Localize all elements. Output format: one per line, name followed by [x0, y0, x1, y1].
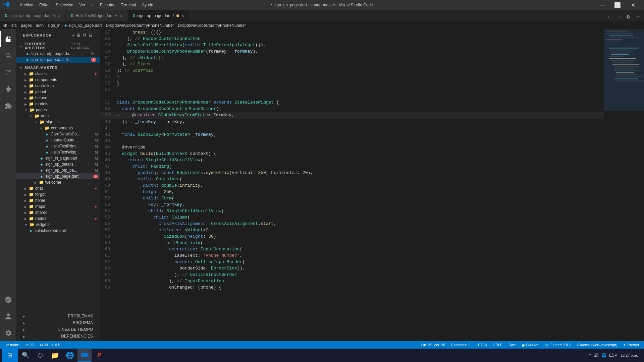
more-actions-icon[interactable]: ⋯ — [633, 12, 642, 21]
file-splashscreen[interactable]: ◆ splashscreen.dart — [16, 228, 100, 234]
powerpoint-btn[interactable]: P — [92, 349, 106, 362]
file-sign-up-page[interactable]: ◆ sign_up_page.dart 6 — [16, 173, 100, 179]
show-desktop[interactable] — [640, 349, 642, 362]
tray-lang[interactable]: ESP — [609, 353, 617, 358]
activity-search[interactable] — [0, 48, 16, 64]
folder-auth[interactable]: 📂 auth — [16, 113, 100, 119]
activity-explorer[interactable] — [0, 31, 16, 47]
status-lineending[interactable]: CRLF — [491, 343, 504, 347]
folder-shared[interactable]: 📁 shared — [16, 209, 100, 216]
status-golive[interactable]: ◉ Go Live — [520, 343, 540, 347]
close-button[interactable]: ✕ — [625, 0, 641, 10]
code-editor[interactable]: 27 press: (){}28 ), // HeaderCustomIconB… — [100, 29, 604, 341]
collapse-icon[interactable]: ⊟ — [89, 33, 93, 38]
vscode-taskbar-btn[interactable]: ⌨ — [77, 349, 92, 362]
menu-editar[interactable]: Editar — [37, 2, 52, 8]
breadcrumb-sign-in[interactable]: sign_in — [48, 23, 60, 28]
activity-git[interactable] — [0, 64, 16, 80]
section-dependencies[interactable]: DEPENDENCIES — [16, 333, 100, 340]
menu-ejecutar[interactable]: Ejecutar — [97, 2, 117, 8]
file-hello-text-widg[interactable]: ◆ HelloTextWidg... M — [16, 149, 100, 155]
status-errors[interactable]: ⊗ 20 ⚠ 0 5 — [39, 343, 62, 347]
file-sign-up-otp[interactable]: ◆ sign_up_otp_pa... M — [16, 167, 100, 173]
maximize-button[interactable]: ⬜ — [610, 0, 625, 10]
folder-components[interactable]: 📁 components — [16, 77, 100, 83]
status-encoding[interactable]: UTF-8 — [475, 343, 488, 347]
status-position[interactable]: Lin. 39, col. 26 — [420, 343, 447, 347]
tab-close-icon[interactable]: × — [58, 13, 60, 18]
folder-components-inner[interactable]: 📂 components — [16, 125, 100, 131]
files-btn[interactable]: 📁 — [48, 349, 62, 362]
go-forward-icon[interactable]: → — [614, 12, 624, 21]
split-editor-icon[interactable]: ⧉ — [624, 12, 633, 21]
open-editor-signup[interactable]: ◆ sign_up_page.dart lib... 6 — [16, 57, 100, 63]
tab-close-icon[interactable]: × — [120, 13, 122, 18]
folder-pages[interactable]: 📂 pages — [16, 107, 100, 113]
folder-routes[interactable]: 📁 routes ● — [16, 216, 100, 222]
search-taskbar[interactable]: 🔍 — [18, 349, 33, 362]
file-hello-text-princ[interactable]: ◆ HelloTextPrinc... M — [16, 143, 100, 149]
folder-global[interactable]: 📁 global — [16, 89, 100, 95]
folder-helpers[interactable]: 📁 helpers — [16, 95, 100, 101]
tab-hello-text[interactable]: D HelloTextWidget.dart M × — [66, 10, 127, 21]
sidebar-actions[interactable]: + ⊞ ↺ ⊟ — [72, 33, 93, 38]
status-chrome[interactable]: Chrome (web-javascript) — [576, 343, 619, 347]
tab-close-icon[interactable]: × — [181, 13, 184, 18]
tray-caret[interactable]: ^ — [589, 353, 591, 358]
activity-debug[interactable] — [0, 81, 16, 97]
menu-seleccion[interactable]: Selección — [53, 2, 76, 8]
folder-controllers[interactable]: 📁 controllers — [16, 83, 100, 89]
menu-archivo[interactable]: Archivo — [17, 2, 36, 8]
tray-network[interactable]: 🌐 — [601, 353, 606, 358]
menu-ir[interactable]: Ir — [89, 2, 96, 8]
start-button[interactable]: ⊞ — [2, 349, 18, 362]
breadcrumb-auth[interactable]: auth — [36, 23, 44, 28]
file-sign-up-details[interactable]: ◆ sign_up_details... M — [16, 161, 100, 167]
open-editor-otp[interactable]: ◆ sign_up_otp_page.da... M — [16, 51, 100, 57]
go-back-icon[interactable]: ← — [605, 12, 614, 21]
folder-maps[interactable]: 📁 maps ● — [16, 203, 100, 209]
activity-extensions[interactable] — [0, 98, 16, 114]
activity-remote[interactable] — [0, 292, 16, 308]
system-clock[interactable]: 12:27 p.m. — [621, 353, 638, 358]
taskview-btn[interactable]: ⬡ — [33, 349, 47, 362]
folder-welcome[interactable]: 📁 welcome — [16, 179, 100, 185]
folder-models[interactable]: 📁 models — [16, 101, 100, 107]
edge-btn[interactable]: 🌐 — [63, 349, 77, 362]
file-header-custom[interactable]: ◆ HeaderCusto... M — [16, 137, 100, 143]
section-problemas[interactable]: PROBLEMAS — [16, 313, 100, 319]
menu-ver[interactable]: Ver — [76, 2, 88, 8]
minimize-button[interactable]: — — [594, 0, 610, 10]
status-spaces[interactable]: Espacios: 2 — [450, 343, 472, 347]
tab-sign-up-page[interactable]: D sign_up_page.dart 6 × — [128, 10, 190, 21]
project-root[interactable]: SNAAP-MASTER — [16, 64, 100, 71]
status-prettier[interactable]: ✦ Prettier — [622, 343, 641, 347]
refresh-icon[interactable]: ↺ — [83, 33, 87, 38]
breadcrumb-src[interactable]: src — [11, 23, 17, 28]
folder-forgot[interactable]: 📁 forgot — [16, 191, 100, 197]
status-language[interactable]: Dart — [507, 343, 517, 347]
new-folder-icon[interactable]: ⊞ — [76, 33, 81, 38]
folder-sign-in[interactable]: 📂 sign_in — [16, 119, 100, 125]
new-file-icon[interactable]: + — [72, 33, 75, 38]
activity-settings[interactable] — [0, 325, 16, 341]
folder-home[interactable]: 📁 home — [16, 197, 100, 203]
folder-clases[interactable]: 📁 clases ● — [16, 71, 100, 77]
menu-ayuda[interactable]: Ayuda — [139, 2, 156, 8]
section-timeline[interactable]: LÍNEA DE TIEMPO — [16, 326, 100, 333]
file-sign-in-page[interactable]: ◆ sign_in_page.dart M — [16, 155, 100, 161]
breadcrumb-file[interactable]: sign_up_page.dart — [68, 23, 102, 28]
breadcrumb-class1[interactable]: DropdownCodeCountryPhoneNumber — [106, 23, 174, 28]
breadcrumb-class2[interactable]: DropdownCodeCountryPhoneNumber — [178, 23, 246, 28]
open-editors-toggle[interactable]: EDITORES ABIERTOS 1 SIN GUARDAR — [16, 41, 100, 51]
section-esquema[interactable]: ESQUEMA — [16, 319, 100, 326]
folder-chat[interactable]: 📁 chat ● — [16, 185, 100, 191]
folder-widgets[interactable]: 📂 widgets — [16, 222, 100, 228]
breadcrumb-lib[interactable]: lib — [3, 23, 7, 28]
tab-sign-up-otp[interactable]: D sign_up_otp_page.dart M × — [0, 10, 66, 21]
breadcrumb-pages[interactable]: pages — [21, 23, 32, 28]
status-branch[interactable]: ⎇ main* — [3, 343, 21, 347]
activity-accounts[interactable] — [0, 308, 16, 324]
menu-terminal[interactable]: Terminal — [118, 2, 139, 8]
status-sync[interactable]: ⟳ 25 — [24, 343, 35, 347]
